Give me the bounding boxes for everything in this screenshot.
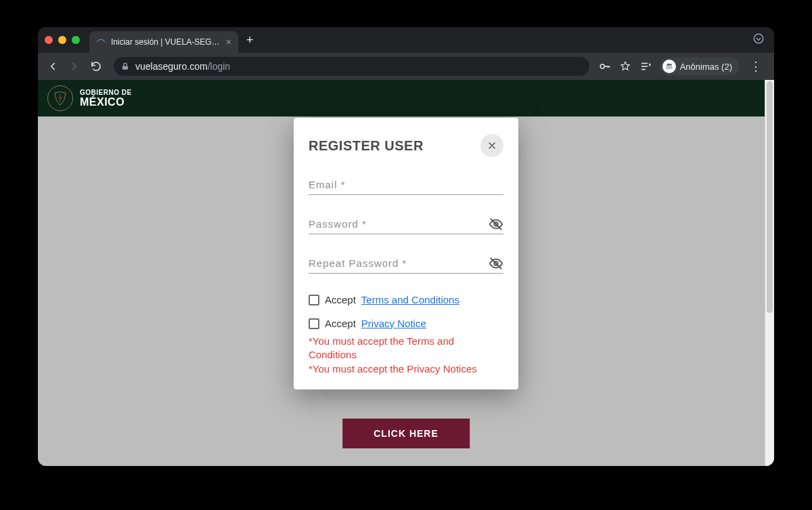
site-brand-line2: MÉXICO — [80, 96, 132, 108]
svg-point-3 — [667, 66, 669, 69]
click-here-button[interactable]: CLICK HERE — [342, 419, 470, 448]
tab-dropdown-icon[interactable] — [752, 33, 774, 48]
close-icon — [487, 140, 497, 151]
tab-close-icon[interactable]: × — [226, 37, 231, 47]
email-label: Email * — [309, 179, 346, 190]
new-tab-button[interactable]: + — [246, 33, 254, 47]
incognito-badge[interactable]: Anônimas (2) — [660, 58, 739, 75]
star-icon[interactable] — [619, 60, 631, 72]
government-seal-icon — [47, 85, 73, 111]
browser-window: Iniciar sesión | VUELA-SEGURO × + vuelas… — [38, 27, 774, 466]
privacy-checkbox-row: Accept Privacy Notice — [309, 318, 503, 329]
register-modal: REGISTER USER Email * Password * Repeat … — [294, 118, 518, 389]
error-terms: *You must accept the Terms and Condition… — [309, 335, 503, 362]
incognito-label: Anônimas (2) — [680, 62, 732, 72]
tab-title: Iniciar sesión | VUELA-SEGURO — [111, 37, 221, 47]
lock-icon — [120, 62, 130, 71]
window-controls — [45, 36, 89, 44]
reading-list-icon[interactable] — [639, 60, 652, 72]
accept-label-1: Accept — [325, 294, 356, 305]
site-header: GOBIERNO DE MÉXICO — [38, 80, 774, 116]
privacy-link[interactable]: Privacy Notice — [361, 318, 426, 329]
modal-close-button[interactable] — [480, 134, 503, 157]
privacy-checkbox[interactable] — [309, 318, 319, 329]
key-icon[interactable] — [599, 60, 611, 72]
scrollbar-thumb[interactable] — [767, 81, 773, 313]
incognito-icon — [662, 60, 676, 73]
titlebar: Iniciar sesión | VUELA-SEGURO × + — [38, 27, 774, 53]
terms-checkbox[interactable] — [309, 295, 319, 305]
toggle-password-visibility-icon[interactable] — [489, 217, 503, 234]
email-field[interactable]: Email * — [309, 179, 503, 195]
error-privacy: *You must accept the Privacy Notices — [309, 362, 503, 376]
svg-rect-1 — [122, 66, 128, 69]
reload-button[interactable] — [88, 58, 104, 75]
svg-point-0 — [754, 34, 763, 43]
tab-favicon-icon — [96, 37, 106, 47]
url-text: vuelaseguro.com/login — [135, 61, 230, 72]
url-path: /login — [208, 61, 230, 72]
svg-point-4 — [669, 66, 672, 69]
browser-toolbar: vuelaseguro.com/login Anônimas (2) ⋮ — [38, 53, 774, 80]
password-field[interactable]: Password * — [309, 218, 503, 234]
password-label: Password * — [309, 218, 367, 230]
browser-tab[interactable]: Iniciar sesión | VUELA-SEGURO × — [89, 31, 238, 53]
toolbar-right: Anônimas (2) ⋮ — [599, 58, 767, 75]
repeat-password-label: Repeat Password * — [309, 257, 407, 269]
terms-link[interactable]: Terms and Conditions — [361, 294, 459, 305]
window-close-button[interactable] — [45, 36, 53, 44]
repeat-password-field[interactable]: Repeat Password * — [309, 257, 503, 274]
modal-header: REGISTER USER — [309, 134, 503, 157]
svg-point-2 — [600, 64, 604, 68]
page-content: CLICK HERE REGISTER USER Email * Passwor… — [38, 116, 774, 466]
url-domain: vuelaseguro.com — [135, 61, 208, 72]
modal-title: REGISTER USER — [309, 138, 424, 154]
window-minimize-button[interactable] — [58, 36, 66, 44]
window-maximize-button[interactable] — [72, 36, 80, 44]
terms-checkbox-row: Accept Terms and Conditions — [309, 294, 503, 305]
site-brand-text: GOBIERNO DE MÉXICO — [80, 89, 132, 108]
forward-button[interactable] — [66, 58, 83, 75]
toggle-repeat-password-visibility-icon[interactable] — [489, 256, 503, 274]
site-brand-line1: GOBIERNO DE — [80, 89, 132, 96]
accept-label-2: Accept — [325, 318, 356, 329]
browser-menu-icon[interactable]: ⋮ — [747, 59, 765, 74]
vertical-scrollbar[interactable] — [765, 80, 774, 466]
back-button[interactable] — [45, 58, 61, 75]
address-bar[interactable]: vuelaseguro.com/login — [114, 57, 589, 76]
page-viewport: GOBIERNO DE MÉXICO CLICK HERE REGISTER U… — [38, 80, 774, 466]
